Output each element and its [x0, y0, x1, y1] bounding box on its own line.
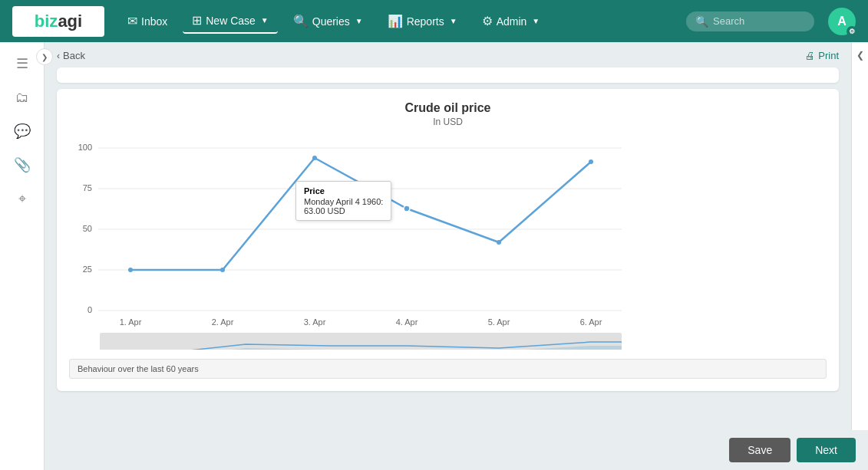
sidebar-icon-chat[interactable]: 💬	[8, 117, 36, 145]
svg-point-10	[128, 268, 133, 272]
svg-text:1. Apr: 1. Apr	[120, 317, 142, 327]
sidebar: ❯ ☰ 🗂 💬 📎 ⌖	[0, 42, 45, 470]
svg-text:5. Apr: 5. Apr	[488, 317, 510, 327]
main-content: ‹ Back 🖨 Print Crude oil price In USD 10…	[45, 42, 851, 470]
avatar-gear-icon: ⚙	[847, 26, 857, 37]
svg-text:2. Apr: 2. Apr	[212, 317, 234, 327]
nav-queries[interactable]: 🔍 Queries ▼	[284, 9, 372, 33]
search-icon: 🔍	[695, 15, 708, 28]
new-case-arrow-icon: ▼	[261, 16, 269, 25]
nav-admin-label: Admin	[497, 15, 527, 28]
inbox-icon: ✉	[127, 14, 137, 28]
nav-new-case-label: New Case	[206, 15, 256, 27]
svg-point-14	[497, 240, 501, 245]
nav-inbox-label: Inbox	[141, 15, 167, 28]
new-case-icon: ⊞	[192, 13, 202, 28]
nav-reports-label: Reports	[407, 15, 444, 28]
svg-point-11	[220, 268, 225, 272]
main-layout: ❯ ☰ 🗂 💬 📎 ⌖ ‹ Back 🖨 Print Crude oil pri…	[0, 42, 868, 470]
footer: Save Next	[61, 430, 868, 470]
top-navigation: bizagi ✉ Inbox ⊞ New Case ▼ 🔍 Queries ▼ …	[0, 0, 868, 42]
chart-svg: 100 75 50 25 0	[69, 135, 637, 350]
search-input[interactable]	[713, 15, 805, 27]
chart-card: Crude oil price In USD 100 75 50 25 0	[57, 89, 839, 391]
print-label: Print	[818, 50, 839, 61]
back-bar: ‹ Back 🖨 Print	[57, 50, 839, 61]
nav-new-case[interactable]: ⊞ New Case ▼	[183, 8, 278, 34]
chart-wrapper: 100 75 50 25 0	[69, 135, 827, 353]
behaviour-label: Behaviour over the last 60 years	[69, 359, 827, 379]
svg-text:4. Apr: 4. Apr	[396, 317, 418, 327]
sidebar-icon-folder[interactable]: 🗂	[8, 84, 36, 111]
chart-title: Crude oil price	[69, 101, 827, 115]
svg-text:3. Apr: 3. Apr	[304, 317, 326, 327]
avatar[interactable]: A ⚙	[828, 8, 856, 35]
svg-rect-22	[100, 333, 622, 350]
sidebar-icon-attachment[interactable]: 📎	[8, 151, 36, 179]
back-arrow-icon: ‹	[57, 51, 60, 61]
avatar-letter: A	[837, 15, 847, 28]
sidebar-toggle-button[interactable]: ❯	[36, 48, 53, 65]
sidebar-icon-process[interactable]: ⌖	[8, 185, 36, 212]
collapse-right-icon: ❮	[856, 50, 864, 61]
svg-text:25: 25	[83, 265, 92, 274]
top-empty-card	[57, 67, 839, 83]
admin-icon: ⚙	[482, 14, 493, 28]
logo: bizagi	[12, 6, 104, 37]
print-button[interactable]: 🖨 Print	[805, 50, 839, 61]
print-icon: 🖨	[805, 50, 815, 61]
nav-inbox[interactable]: ✉ Inbox	[118, 9, 177, 33]
svg-text:6. Apr: 6. Apr	[580, 317, 602, 327]
svg-text:50: 50	[83, 224, 92, 233]
svg-text:100: 100	[78, 143, 92, 152]
reports-icon: 📊	[388, 14, 403, 28]
sidebar-icon-menu[interactable]: ☰	[8, 50, 36, 77]
next-button[interactable]: Next	[797, 438, 856, 462]
right-collapse-button[interactable]: ❮	[851, 42, 868, 470]
reports-arrow-icon: ▼	[450, 17, 457, 25]
svg-point-13	[404, 205, 410, 212]
back-label: Back	[63, 50, 85, 61]
svg-text:0: 0	[87, 305, 92, 314]
search-bar[interactable]: 🔍	[686, 12, 814, 31]
admin-arrow-icon: ▼	[532, 17, 540, 25]
nav-reports[interactable]: 📊 Reports ▼	[378, 9, 467, 33]
queries-icon: 🔍	[293, 14, 309, 28]
save-button[interactable]: Save	[729, 438, 790, 462]
nav-admin[interactable]: ⚙ Admin ▼	[473, 9, 550, 33]
queries-arrow-icon: ▼	[355, 17, 363, 25]
svg-point-15	[589, 159, 593, 164]
chart-subtitle: In USD	[69, 117, 827, 127]
back-button[interactable]: ‹ Back	[57, 50, 85, 61]
svg-text:75: 75	[83, 183, 92, 192]
svg-point-12	[312, 156, 317, 160]
nav-queries-label: Queries	[312, 15, 350, 28]
